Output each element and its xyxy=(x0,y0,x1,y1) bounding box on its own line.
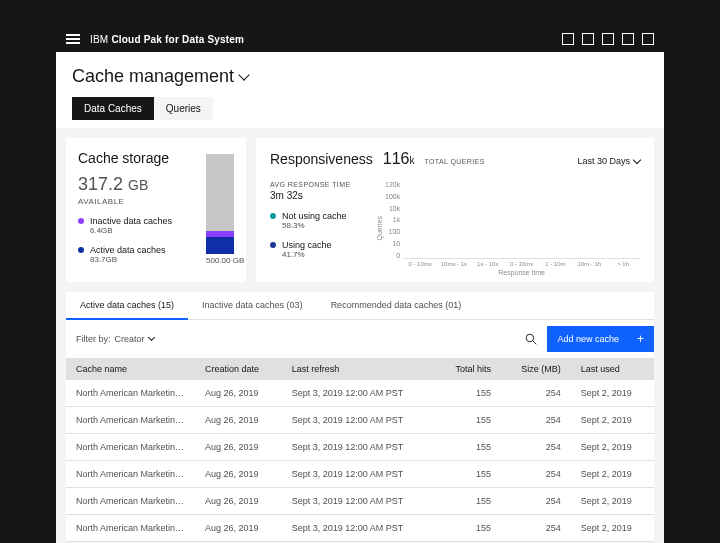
tab-data-caches[interactable]: Data Caches xyxy=(72,97,154,120)
date-range-dropdown[interactable]: Last 30 Days xyxy=(577,156,640,166)
chevron-down-icon xyxy=(633,155,641,163)
column-header[interactable]: Last refresh xyxy=(282,358,436,380)
avg-response-value: 3m 32s xyxy=(270,190,362,201)
table-toolbar: Filter by: Creator Add new cache + xyxy=(66,320,654,358)
topbar-action-5[interactable] xyxy=(642,33,654,45)
chevron-down-icon xyxy=(238,69,249,80)
cell-hits: 155 xyxy=(436,461,501,488)
subtab-inactive-caches[interactable]: Inactive data caches (03) xyxy=(188,292,317,319)
using-value: 41.7% xyxy=(282,250,362,259)
cell-refresh: Sept 3, 2019 12:00 AM PST xyxy=(282,461,436,488)
responsiveness-card: Responsiveness 116k TOTAL QUERIES Last 3… xyxy=(256,138,654,282)
cell-size: 254 xyxy=(501,461,571,488)
cell-size: 254 xyxy=(501,515,571,542)
cell-refresh: Sept 3, 2019 12:00 AM PST xyxy=(282,434,436,461)
cell-hits: 155 xyxy=(436,434,501,461)
not-using-value: 58.3% xyxy=(282,221,362,230)
y-axis-ticks: 120k100k10k1k100100 xyxy=(385,181,403,259)
table-row[interactable]: North American Marketing T...Aug 26, 201… xyxy=(66,488,654,515)
column-header[interactable]: Cache name xyxy=(66,358,195,380)
cell-refresh: Sept 3, 2019 12:00 AM PST xyxy=(282,407,436,434)
column-header[interactable]: Total hits xyxy=(436,358,501,380)
cell-used: Sept 2, 2019 xyxy=(571,488,654,515)
svg-point-0 xyxy=(527,334,535,342)
column-header[interactable]: Size (MB) xyxy=(501,358,571,380)
dot-icon xyxy=(78,247,84,253)
topbar: IBM Cloud Pak for Data System xyxy=(56,26,664,52)
column-header[interactable]: Creation date xyxy=(195,358,282,380)
table-header-row: Cache nameCreation dateLast refreshTotal… xyxy=(66,358,654,380)
cell-hits: 155 xyxy=(436,488,501,515)
search-icon[interactable] xyxy=(521,329,541,349)
app-window: IBM Cloud Pak for Data System Cache mana… xyxy=(56,26,664,543)
filter-by-dropdown[interactable]: Filter by: Creator xyxy=(76,334,154,344)
cell-created: Aug 26, 2019 xyxy=(195,407,282,434)
cell-hits: 155 xyxy=(436,380,501,407)
menu-icon[interactable] xyxy=(66,34,80,44)
main-tabs: Data Caches Queries xyxy=(72,97,648,120)
cell-used: Sept 2, 2019 xyxy=(571,515,654,542)
table-row[interactable]: North American Marketing T...Aug 26, 201… xyxy=(66,434,654,461)
caches-table-panel: Active data caches (15) Inactive data ca… xyxy=(66,292,654,542)
cell-used: Sept 2, 2019 xyxy=(571,380,654,407)
cell-size: 254 xyxy=(501,434,571,461)
table-row[interactable]: North American Marketing T...Aug 26, 201… xyxy=(66,407,654,434)
table-row[interactable]: North American Marketing T...Aug 26, 201… xyxy=(66,380,654,407)
chart-bars xyxy=(403,181,640,259)
caches-table: Cache nameCreation dateLast refreshTotal… xyxy=(66,358,654,542)
dot-icon xyxy=(270,213,276,219)
cache-storage-card: Cache storage 317.2 GB AVAILABLE Inactiv… xyxy=(66,138,246,282)
table-body: North American Marketing T...Aug 26, 201… xyxy=(66,380,654,542)
storage-bar: 500.00 GB xyxy=(206,154,234,254)
chevron-down-icon xyxy=(147,334,154,341)
brand: IBM Cloud Pak for Data System xyxy=(90,34,244,45)
tab-queries[interactable]: Queries xyxy=(154,97,213,120)
cell-name: North American Marketing T... xyxy=(66,434,195,461)
cell-size: 254 xyxy=(501,488,571,515)
table-row[interactable]: North American Marketing T...Aug 26, 201… xyxy=(66,515,654,542)
subtab-recommended-caches[interactable]: Recommended data caches (01) xyxy=(317,292,476,319)
total-queries-value: 116k xyxy=(383,150,415,168)
page-header: Cache management Data Caches Queries xyxy=(56,52,664,128)
cell-created: Aug 26, 2019 xyxy=(195,434,282,461)
subtabs: Active data caches (15) Inactive data ca… xyxy=(66,292,654,320)
cell-name: North American Marketing T... xyxy=(66,461,195,488)
topbar-action-2[interactable] xyxy=(582,33,594,45)
page-title-dropdown[interactable]: Cache management xyxy=(72,66,648,87)
x-axis-label: Response time xyxy=(403,269,640,276)
cell-size: 254 xyxy=(501,407,571,434)
topbar-action-4[interactable] xyxy=(622,33,634,45)
cell-name: North American Marketing T... xyxy=(66,488,195,515)
resp-title: Responsiveness xyxy=(270,151,373,167)
avg-response-label: AVG RESPONSE TIME xyxy=(270,181,362,188)
svg-line-1 xyxy=(533,341,536,344)
cell-name: North American Marketing T... xyxy=(66,380,195,407)
topbar-action-3[interactable] xyxy=(602,33,614,45)
resp-stats: AVG RESPONSE TIME 3m 32s Not using cache… xyxy=(270,181,362,276)
table-row[interactable]: North American Marketing T...Aug 26, 201… xyxy=(66,461,654,488)
cell-hits: 155 xyxy=(436,407,501,434)
subtab-active-caches[interactable]: Active data caches (15) xyxy=(66,292,188,320)
cell-hits: 155 xyxy=(436,515,501,542)
cell-created: Aug 26, 2019 xyxy=(195,461,282,488)
dot-icon xyxy=(78,218,84,224)
cell-refresh: Sept 3, 2019 12:00 AM PST xyxy=(282,515,436,542)
column-header[interactable]: Last used xyxy=(571,358,654,380)
y-axis-label: Queries xyxy=(376,216,383,241)
cell-name: North American Marketing T... xyxy=(66,515,195,542)
responsiveness-chart: Queries 120k100k10k1k100100 0 - 10ms10ms… xyxy=(376,181,640,276)
storage-capacity: 500.00 GB xyxy=(206,256,234,265)
cell-used: Sept 2, 2019 xyxy=(571,434,654,461)
cell-name: North American Marketing T... xyxy=(66,407,195,434)
cell-used: Sept 2, 2019 xyxy=(571,461,654,488)
topbar-action-1[interactable] xyxy=(562,33,574,45)
add-new-cache-button[interactable]: Add new cache + xyxy=(547,326,654,352)
cell-size: 254 xyxy=(501,380,571,407)
cell-created: Aug 26, 2019 xyxy=(195,380,282,407)
x-axis-ticks: 0 - 10ms10ms - 1s1s - 10s0 - 10ms1 - 10m… xyxy=(403,259,640,267)
page-title: Cache management xyxy=(72,66,234,87)
brand-name: Cloud Pak for Data System xyxy=(111,34,244,45)
content: Cache storage 317.2 GB AVAILABLE Inactiv… xyxy=(56,128,664,543)
plus-icon: + xyxy=(637,332,644,346)
cell-created: Aug 26, 2019 xyxy=(195,488,282,515)
